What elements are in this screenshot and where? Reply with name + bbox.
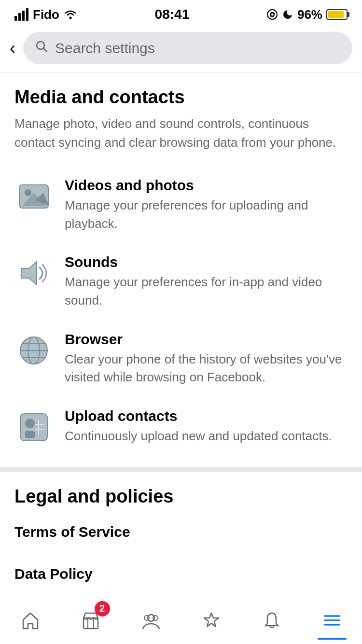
nav-star[interactable] [187, 601, 236, 640]
svg-point-12 [25, 189, 31, 196]
sounds-icon [16, 256, 51, 291]
store-badge: 2 [95, 601, 110, 616]
videos-photos-title: Videos and photos [65, 177, 348, 194]
svg-rect-2 [22, 11, 25, 21]
media-section-desc: Manage photo, video and sound controls, … [14, 114, 348, 152]
status-carrier: Fido [14, 7, 78, 22]
upload-contacts-icon [16, 410, 51, 445]
videos-photos-text: Videos and photos Manage your preference… [65, 177, 348, 233]
menu-active-indicator [318, 638, 347, 640]
signal-icon [14, 8, 29, 21]
status-time: 08:41 [155, 7, 190, 22]
sounds-title: Sounds [65, 254, 348, 270]
section-divider [0, 467, 362, 472]
bottom-nav: 2 [0, 596, 362, 644]
bell-icon [263, 611, 281, 630]
back-button[interactable]: ‹ [10, 40, 15, 57]
svg-point-31 [144, 616, 149, 620]
upload-contacts-text: Upload contacts Continuously upload new … [65, 408, 348, 446]
browser-title: Browser [65, 331, 348, 348]
status-icons: @ 96% [266, 7, 348, 22]
sounds-icon-container [14, 254, 53, 293]
sounds-text: Sounds Manage your preferences for in-ap… [65, 254, 348, 309]
menu-icon [323, 611, 341, 630]
battery-icon [326, 9, 348, 20]
videos-photos-icon [16, 179, 51, 214]
videos-photos-subtitle: Manage your preferences for uploading an… [65, 196, 348, 233]
videos-photos-icon-container [14, 177, 53, 216]
svg-marker-33 [204, 613, 219, 627]
browser-icon-container [14, 331, 53, 370]
terms-of-service-item[interactable]: Terms of Service [14, 511, 348, 553]
upload-contacts-item[interactable]: Upload contacts Continuously upload new … [14, 397, 348, 457]
battery-percent: 96% [297, 7, 322, 22]
browser-icon [16, 333, 51, 368]
star-icon [202, 611, 221, 630]
svg-rect-1 [18, 13, 21, 21]
search-bar[interactable]: Search settings [23, 32, 352, 64]
friends-icon [142, 611, 160, 630]
svg-line-9 [43, 48, 47, 52]
legal-title: Legal and policies [14, 486, 348, 507]
search-placeholder: Search settings [55, 40, 155, 56]
home-icon [21, 611, 40, 630]
browser-text: Browser Clear your phone of the history … [65, 331, 348, 387]
carrier-name: Fido [33, 7, 59, 22]
svg-text:@: @ [269, 11, 275, 18]
nav-bell[interactable] [248, 601, 296, 640]
svg-rect-23 [25, 431, 35, 438]
media-contacts-section: Media and contacts Manage photo, video a… [0, 72, 362, 467]
sounds-subtitle: Manage your preferences for in-app and v… [65, 273, 348, 309]
nav-home[interactable] [6, 601, 55, 640]
search-icon [35, 40, 48, 56]
nav-store[interactable]: 2 [67, 601, 115, 640]
media-section-title: Media and contacts [14, 87, 348, 108]
location-icon: @ [266, 9, 278, 20]
svg-rect-0 [14, 16, 17, 21]
browser-subtitle: Clear your phone of the history of websi… [65, 350, 348, 387]
svg-marker-15 [21, 262, 37, 285]
status-bar: Fido 08:41 @ 96% [0, 0, 362, 26]
search-header: ‹ Search settings [0, 26, 362, 72]
upload-contacts-subtitle: Continuously upload new and updated cont… [65, 427, 348, 446]
svg-point-4 [69, 17, 71, 19]
upload-contacts-title: Upload contacts [65, 408, 348, 424]
svg-point-32 [153, 616, 158, 620]
legal-section: Legal and policies Terms of Service Data… [0, 472, 362, 600]
videos-photos-item[interactable]: Videos and photos Manage your preference… [14, 167, 348, 243]
nav-friends[interactable] [127, 601, 175, 640]
wifi-icon [63, 9, 78, 20]
nav-menu[interactable] [308, 601, 356, 640]
moon-icon [282, 9, 293, 20]
svg-rect-3 [26, 8, 28, 21]
upload-contacts-icon-container [14, 408, 53, 447]
data-policy-item[interactable]: Data Policy [14, 553, 348, 595]
svg-point-22 [25, 419, 35, 428]
browser-item[interactable]: Browser Clear your phone of the history … [14, 321, 348, 397]
sounds-item[interactable]: Sounds Manage your preferences for in-ap… [14, 243, 348, 320]
